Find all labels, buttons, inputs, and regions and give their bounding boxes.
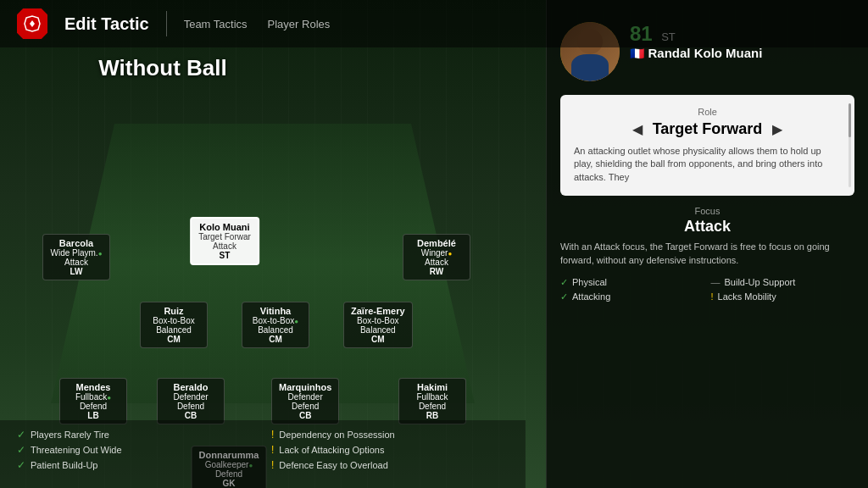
stat-positive-3: ✓ Patient Build-Up — [17, 459, 254, 471]
warn-icon-1: ! — [271, 429, 274, 441]
header: Edit Tactic Team Tactics Player Roles — [0, 0, 868, 47]
header-nav: Team Tactics Player Roles — [184, 18, 331, 30]
warn-icon-2: ! — [271, 444, 274, 456]
app-logo — [17, 8, 47, 39]
nav-player-roles[interactable]: Player Roles — [268, 18, 331, 30]
trait-mobility: ! Lacks Mobility — [711, 291, 855, 302]
focus-section: Focus Attack With an Attack focus, the T… — [560, 206, 854, 267]
stat-positive-1: ✓ Players Rarely Tire — [17, 429, 254, 441]
stat-negative-2: ! Lack of Attacking Options — [271, 444, 509, 456]
trait-buildup: — Build-Up Support — [711, 277, 855, 288]
trait-check-icon-attacking: ✓ — [560, 291, 568, 302]
stat-positive-2: ✓ Threatening Out Wide — [17, 444, 254, 456]
player-cb2[interactable]: Marquinhos Defender Defend CB — [271, 378, 339, 424]
focus-description: With an Attack focus, the Target Forward… — [560, 241, 854, 267]
check-icon-3: ✓ — [17, 459, 25, 471]
role-next-button[interactable]: ▶ — [769, 121, 786, 137]
player-st[interactable]: Kolo Muani Target Forwar Attack ST — [190, 217, 259, 265]
player-cm1[interactable]: Ruiz Box-to-Box Balanced CM — [140, 302, 208, 348]
focus-name: Attack — [560, 218, 854, 236]
role-label: Role — [574, 107, 841, 117]
positives-col: ✓ Players Rarely Tire ✓ Threatening Out … — [17, 429, 254, 480]
negatives-col: ! Dependency on Possession ! Lack of Att… — [271, 429, 509, 480]
trait-warn-icon-mobility: ! — [711, 291, 714, 302]
warn-icon-3: ! — [271, 459, 274, 471]
player-lw[interactable]: Barcola Wide Playm.● Attack LW — [42, 234, 110, 280]
trait-label-buildup: Build-Up Support — [725, 277, 796, 287]
traits-grid: ✓ Physical — Build-Up Support ✓ Attackin… — [560, 277, 854, 302]
trait-label-mobility: Lacks Mobility — [718, 291, 776, 302]
trait-label-physical: Physical — [572, 277, 607, 287]
player-cm3[interactable]: Zaïre-Emery Box-to-Box Balanced CM — [343, 302, 413, 348]
role-prev-button[interactable]: ◀ — [629, 121, 646, 137]
player-cb1[interactable]: Beraldo Defender Defend CB — [157, 378, 225, 424]
player-flag: 🇫🇷 — [630, 47, 644, 60]
role-name: Target Forward — [653, 120, 763, 138]
role-card: Role ◀ Target Forward ▶ An attacking out… — [560, 95, 854, 196]
page-title: Edit Tactic — [64, 14, 149, 34]
formation-area: Donnarumma Goalkeeper● Defend GK Mendes … — [0, 47, 526, 420]
trait-check-icon-physical: ✓ — [560, 277, 568, 288]
role-name-row: ◀ Target Forward ▶ — [574, 120, 841, 138]
player-full-name: Randal Kolo Muani — [648, 46, 762, 60]
check-icon-2: ✓ — [17, 444, 25, 456]
player-rw[interactable]: Dembélé Winger● Attack RW — [403, 234, 470, 280]
player-rb[interactable]: Hakimi Fullback Defend RB — [398, 378, 466, 424]
trait-attacking: ✓ Attacking — [560, 291, 704, 302]
focus-label: Focus — [560, 206, 854, 216]
stats-area: ✓ Players Rarely Tire ✓ Threatening Out … — [0, 420, 526, 488]
check-icon-1: ✓ — [17, 429, 25, 441]
header-divider — [166, 11, 167, 36]
pitch: Donnarumma Goalkeeper● Defend GK Mendes … — [17, 124, 509, 403]
player-lb[interactable]: Mendes Fullback● Defend LB — [59, 378, 127, 424]
trait-label-attacking: Attacking — [572, 291, 610, 302]
player-cm2[interactable]: Vitinha Box-to-Box● Balanced CM — [242, 302, 309, 348]
trait-physical: ✓ Physical — [560, 277, 704, 288]
stat-negative-3: ! Defence Easy to Overload — [271, 459, 509, 471]
nav-team-tactics[interactable]: Team Tactics — [184, 18, 248, 30]
role-scroll-thumb — [849, 103, 851, 137]
player-detail-panel: 81 ST 🇫🇷 Randal Kolo Muani Role ◀ Target… — [546, 0, 868, 488]
role-description: An attacking outlet whose physicality al… — [574, 145, 841, 184]
stat-negative-1: ! Dependency on Possession — [271, 429, 509, 441]
role-scrollbar — [849, 103, 851, 187]
trait-dash-icon-buildup: — — [711, 277, 721, 287]
